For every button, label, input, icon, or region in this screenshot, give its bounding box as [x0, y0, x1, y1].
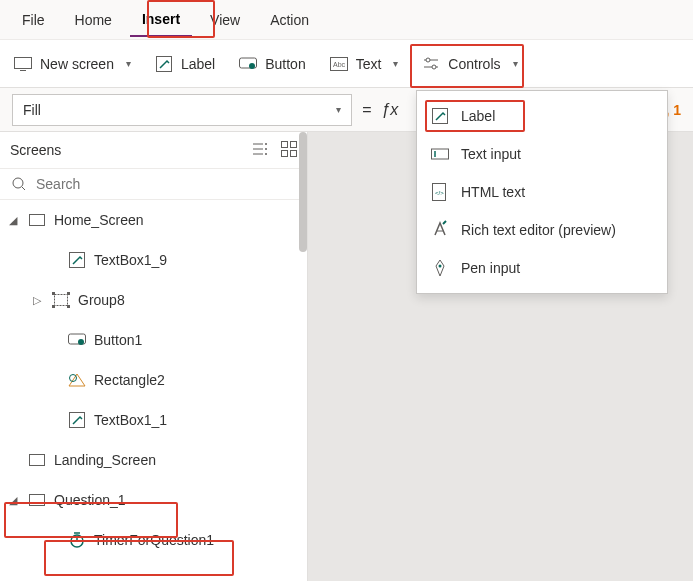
- tree-item-home_screen[interactable]: ◢Home_Screen: [0, 200, 306, 240]
- dropdown-item-label[interactable]: Label: [417, 97, 667, 135]
- label-icon: [68, 411, 86, 429]
- dropdown-item-label: Pen input: [461, 260, 520, 276]
- property-selector[interactable]: Fill ▾: [12, 94, 352, 126]
- screen-icon: [28, 211, 46, 229]
- tree-item-label: TextBox1_1: [94, 412, 167, 428]
- svg-rect-35: [30, 455, 45, 466]
- search-row: [0, 168, 307, 200]
- chevron-down-icon: ▾: [393, 58, 398, 69]
- svg-line-22: [22, 187, 25, 190]
- label-icon: [68, 251, 86, 269]
- text-dropdown-label: Text: [356, 56, 382, 72]
- new-screen-button[interactable]: New screen ▾: [14, 40, 131, 87]
- svg-rect-36: [30, 495, 45, 506]
- dropdown-item-html-text[interactable]: </>HTML text: [417, 173, 667, 211]
- tree-item-question_1[interactable]: ◢Question_1: [0, 480, 306, 520]
- tree-item-textbox1_1[interactable]: TextBox1_1: [0, 400, 306, 440]
- pen-icon: [431, 259, 449, 277]
- panel-title: Screens: [10, 142, 61, 158]
- dropdown-item-label: Text input: [461, 146, 521, 162]
- tree-item-button1[interactable]: Button1: [0, 320, 306, 360]
- controls-dropdown-button[interactable]: Controls ▾: [422, 40, 517, 87]
- svg-point-21: [13, 178, 23, 188]
- tree-view-icon[interactable]: [253, 141, 269, 160]
- ribbon-tabs: File Home Insert View Action: [0, 0, 693, 40]
- svg-rect-25: [55, 295, 68, 306]
- thumbnail-view-icon[interactable]: [281, 141, 297, 160]
- rect-icon: [68, 371, 86, 389]
- svg-point-16: [265, 153, 267, 155]
- svg-rect-29: [67, 305, 70, 308]
- tree-item-label: Rectangle2: [94, 372, 165, 388]
- button-icon: [68, 331, 86, 349]
- dropdown-item-pen-input[interactable]: Pen input: [417, 249, 667, 287]
- svg-rect-20: [291, 150, 297, 156]
- dropdown-item-label: HTML text: [461, 184, 525, 200]
- fx-button[interactable]: ƒx: [381, 101, 398, 119]
- svg-marker-32: [69, 374, 85, 386]
- property-name: Fill: [23, 102, 41, 118]
- textinput-icon: [431, 145, 449, 163]
- formula-equals: =: [362, 101, 371, 119]
- button-icon: [239, 55, 257, 73]
- chevron-down-icon: ▾: [336, 104, 341, 115]
- svg-point-4: [249, 63, 255, 69]
- svg-rect-28: [52, 305, 55, 308]
- tree-item-timerforquestion1[interactable]: TimerForQuestion1: [0, 520, 306, 560]
- dropdown-item-label: Rich text editor (preview): [461, 222, 616, 238]
- group-icon: [52, 291, 70, 309]
- caret-icon[interactable]: ◢: [6, 494, 20, 507]
- svg-rect-26: [52, 292, 55, 295]
- panel-header: Screens: [0, 132, 307, 168]
- tree-item-rectangle2[interactable]: Rectangle2: [0, 360, 306, 400]
- svg-rect-41: [432, 149, 449, 159]
- new-screen-label: New screen: [40, 56, 114, 72]
- tree-item-landing_screen[interactable]: Landing_Screen: [0, 440, 306, 480]
- button-button[interactable]: Button: [239, 40, 305, 87]
- caret-icon[interactable]: ◢: [6, 214, 20, 227]
- tree-item-textbox1_9[interactable]: TextBox1_9: [0, 240, 306, 280]
- svg-text:Abc: Abc: [333, 61, 346, 68]
- chevron-down-icon: ▾: [126, 58, 131, 69]
- tree-item-group8[interactable]: ▷Group8: [0, 280, 306, 320]
- tree-item-label: Question_1: [54, 492, 126, 508]
- screen-icon: [14, 55, 32, 73]
- screen-icon: [28, 451, 46, 469]
- label-button-label: Label: [181, 56, 215, 72]
- search-icon: [10, 175, 28, 193]
- text-icon: Abc: [330, 55, 348, 73]
- tab-action[interactable]: Action: [258, 4, 321, 36]
- dropdown-item-label: Label: [461, 108, 495, 124]
- tab-insert[interactable]: Insert: [130, 3, 192, 37]
- svg-point-8: [426, 58, 430, 62]
- svg-rect-19: [282, 150, 288, 156]
- text-dropdown-button[interactable]: Abc Text ▾: [330, 40, 399, 87]
- tab-home[interactable]: Home: [63, 4, 124, 36]
- search-input[interactable]: [36, 176, 297, 192]
- scrollbar[interactable]: [299, 200, 307, 252]
- svg-text:</>: </>: [435, 190, 444, 196]
- chevron-down-icon: ▾: [513, 58, 518, 69]
- label-icon: [431, 107, 449, 125]
- controls-icon: [422, 55, 440, 73]
- tree-item-label: TextBox1_9: [94, 252, 167, 268]
- tree-item-label: Group8: [78, 292, 125, 308]
- svg-rect-18: [291, 141, 297, 147]
- screen-icon: [28, 491, 46, 509]
- tree-item-label: Home_Screen: [54, 212, 144, 228]
- controls-dropdown-label: Controls: [448, 56, 500, 72]
- svg-point-31: [78, 339, 84, 345]
- label-button[interactable]: Label: [155, 40, 215, 87]
- dropdown-item-rich-text-editor-preview-[interactable]: Rich text editor (preview): [417, 211, 667, 249]
- caret-icon[interactable]: ▷: [30, 294, 44, 307]
- tab-view[interactable]: View: [198, 4, 252, 36]
- richtext-icon: [431, 221, 449, 239]
- tab-file[interactable]: File: [10, 4, 57, 36]
- dropdown-item-text-input[interactable]: Text input: [417, 135, 667, 173]
- svg-point-14: [265, 143, 267, 145]
- tree-view[interactable]: ◢Home_ScreenTextBox1_9▷Group8Button1Rect…: [0, 200, 307, 573]
- svg-point-10: [432, 65, 436, 69]
- svg-rect-23: [30, 215, 45, 226]
- text-dropdown-menu: LabelText input</>HTML textRich text edi…: [416, 90, 668, 294]
- tree-item-label: Landing_Screen: [54, 452, 156, 468]
